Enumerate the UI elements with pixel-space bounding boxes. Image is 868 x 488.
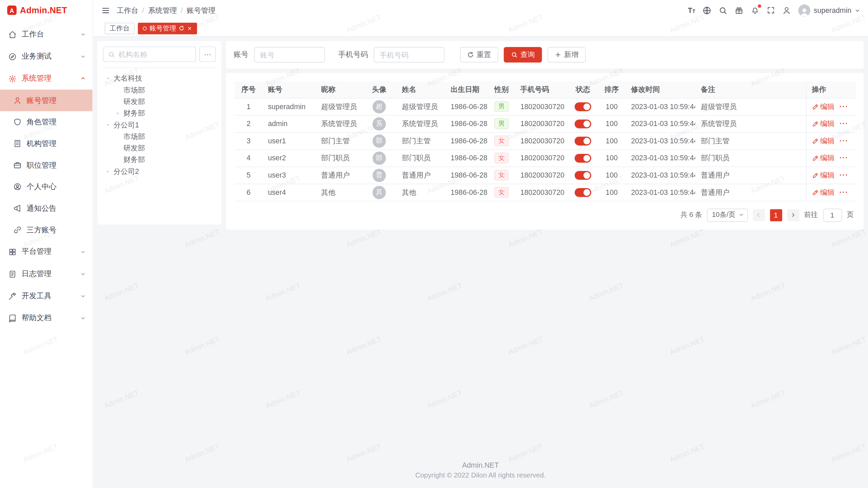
- edit-button[interactable]: 编辑: [812, 187, 834, 197]
- chevron-down-icon: [739, 214, 743, 218]
- account-input[interactable]: [254, 47, 325, 63]
- sidebar-item-label: 工作台: [22, 29, 75, 39]
- table-row-1: 2admin系统管理员系系统管理员1986-06-28男180200307201…: [235, 115, 856, 133]
- page-size-select[interactable]: 10条/页: [707, 208, 748, 222]
- pagination-total: 共 6 条: [680, 210, 702, 220]
- edit-button[interactable]: 编辑: [812, 136, 834, 146]
- footer-copyright: Copyright © 2022 Dilon All rights reserv…: [97, 471, 864, 479]
- sidebar-item-9[interactable]: 三方账号: [0, 219, 93, 241]
- cell-modified_time: 2023-01-03 10:59:44: [631, 102, 695, 110]
- gift-icon[interactable]: [735, 6, 744, 15]
- sidebar-menu: 工作台业务测试系统管理账号管理角色管理机构管理职位管理个人中心通知公告三方账号平…: [0, 20, 93, 488]
- status-toggle[interactable]: [575, 119, 591, 128]
- tree-node-5[interactable]: 市场部: [103, 130, 216, 142]
- tree-node-label: 分公司1: [114, 120, 139, 129]
- query-button[interactable]: 查询: [504, 47, 542, 63]
- edit-button[interactable]: 编辑: [812, 153, 834, 163]
- status-toggle[interactable]: [575, 154, 591, 163]
- notification-icon[interactable]: [751, 6, 760, 15]
- sidebar-item-label: 职位管理: [26, 160, 86, 170]
- status-toggle[interactable]: [575, 102, 591, 111]
- add-button[interactable]: 新增: [548, 47, 586, 63]
- status-toggle[interactable]: [575, 188, 591, 197]
- row-avatar: 其: [373, 186, 386, 199]
- gender-tag: 女: [494, 153, 509, 163]
- row-more-button[interactable]: ···: [840, 120, 848, 127]
- edit-button[interactable]: 编辑: [812, 170, 834, 180]
- sidebar-item-label: 个人中心: [26, 182, 86, 191]
- font-size-icon[interactable]: TT: [688, 7, 695, 14]
- edit-button[interactable]: 编辑: [812, 102, 834, 111]
- tree-node-7[interactable]: 财务部: [103, 154, 216, 165]
- profile-icon[interactable]: [782, 6, 791, 15]
- org-search-input[interactable]: [118, 50, 191, 58]
- phone-input[interactable]: [374, 47, 445, 63]
- tree-node-3[interactable]: 财务部: [103, 107, 216, 119]
- column-header-remark: 备注: [695, 81, 806, 98]
- next-page-button[interactable]: [787, 209, 799, 221]
- sidebar-item-4[interactable]: 角色管理: [0, 111, 93, 133]
- sidebar-item-1[interactable]: 业务测试: [0, 45, 93, 67]
- close-icon[interactable]: [187, 26, 192, 31]
- sidebar-item-3[interactable]: 账号管理: [0, 89, 93, 111]
- tab-0[interactable]: 工作台: [105, 22, 135, 34]
- phone-label: 手机号码: [338, 50, 368, 60]
- username: superadmin: [814, 6, 851, 14]
- globe-icon[interactable]: [703, 6, 711, 15]
- tab-1[interactable]: 账号管理: [138, 22, 197, 34]
- refresh-icon[interactable]: [179, 25, 184, 31]
- user-menu[interactable]: superadmin: [798, 4, 860, 16]
- gender-tag: 女: [494, 136, 509, 146]
- breadcrumb-item[interactable]: 系统管理: [148, 5, 177, 15]
- row-more-button[interactable]: ···: [840, 189, 848, 196]
- breadcrumb-item[interactable]: 工作台: [117, 5, 138, 15]
- row-more-button[interactable]: ···: [840, 155, 848, 162]
- tree-node-8[interactable]: 分公司2: [103, 165, 216, 177]
- sidebar-item-7[interactable]: 个人中心: [0, 176, 93, 198]
- sidebar-item-12[interactable]: 开发工具: [0, 285, 93, 307]
- cell-phone: 18020030720: [520, 154, 565, 162]
- sidebar-item-8[interactable]: 通知公告: [0, 198, 93, 219]
- cell-modified_time: 2023-01-03 10:59:44: [631, 171, 695, 179]
- fullscreen-icon[interactable]: [767, 6, 775, 14]
- cell-birth_date: 1986-06-28: [451, 137, 488, 145]
- main-area: 工作台/系统管理/账号管理 TTsuperadmin 工作台账号管理 ···: [93, 0, 868, 488]
- row-more-button[interactable]: ···: [840, 103, 848, 110]
- status-toggle[interactable]: [575, 137, 591, 145]
- sidebar-item-label: 账号管理: [26, 96, 86, 105]
- search-icon[interactable]: [718, 6, 727, 15]
- row-more-button[interactable]: ···: [840, 137, 848, 144]
- tree-node-4[interactable]: 分公司1: [103, 119, 216, 130]
- sidebar-item-2[interactable]: 系统管理: [0, 67, 93, 89]
- tree-node-6[interactable]: 研发部: [103, 142, 216, 154]
- edit-button[interactable]: 编辑: [812, 119, 834, 128]
- tree-node-1[interactable]: 市场部: [103, 84, 216, 96]
- cell-modified_time: 2023-01-03 10:59:44: [631, 188, 695, 196]
- page-number-1[interactable]: 1: [770, 209, 782, 221]
- row-more-button[interactable]: ···: [840, 171, 848, 179]
- tree-node-2[interactable]: 研发部: [103, 96, 216, 107]
- sidebar-item-13[interactable]: 帮助文档: [0, 307, 93, 329]
- cell-account: user2: [268, 154, 286, 162]
- goto-page-input[interactable]: [823, 208, 842, 222]
- hamburger-menu-icon[interactable]: [101, 6, 110, 15]
- table-row-4: 5user3普通用户普普通用户1986-06-28女18020030720100…: [235, 166, 856, 184]
- sidebar-item-10[interactable]: 平台管理: [0, 241, 93, 263]
- sidebar-item-label: 业务测试: [22, 52, 75, 61]
- sidebar-item-11[interactable]: 日志管理: [0, 263, 93, 285]
- cell-account: user3: [268, 171, 286, 179]
- cell-modified_time: 2023-01-03 10:59:44: [631, 120, 695, 128]
- sidebar-item-6[interactable]: 职位管理: [0, 155, 93, 176]
- gear-icon: [8, 75, 16, 83]
- org-more-button[interactable]: ···: [199, 46, 216, 62]
- search-icon: [511, 52, 518, 58]
- sidebar-item-5[interactable]: 机构管理: [0, 133, 93, 155]
- prev-page-button[interactable]: [753, 209, 765, 221]
- row-avatar: 普: [373, 168, 386, 182]
- tree-node-0[interactable]: 大名科技: [103, 73, 216, 84]
- logo[interactable]: A Admin.NET: [0, 0, 93, 20]
- sidebar-item-0[interactable]: 工作台: [0, 23, 93, 45]
- status-toggle[interactable]: [575, 171, 591, 180]
- reset-button[interactable]: 重置: [460, 47, 498, 63]
- org-icon: [13, 139, 21, 147]
